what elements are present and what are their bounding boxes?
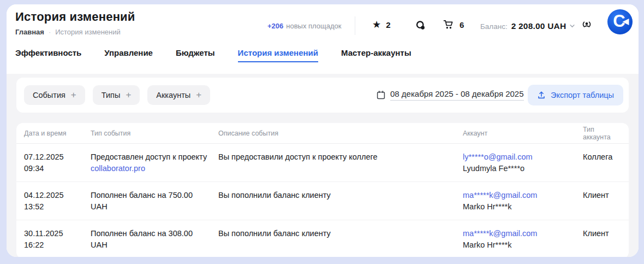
export-table-button[interactable]: Экспорт таблицы	[528, 85, 623, 105]
breadcrumb: Главная · История изменений	[15, 28, 135, 36]
cell-datetime: 07.12.2025 09:34	[24, 151, 91, 181]
export-icon	[537, 91, 546, 99]
tab-change-history[interactable]: История изменений	[238, 48, 318, 62]
chevron-down-icon	[570, 25, 575, 28]
cell-account-type: Коллега	[583, 151, 621, 181]
account-email-link[interactable]: ly*****o@gmail.com	[463, 151, 533, 163]
account-name: Lyudmyla Fe****o	[463, 163, 575, 174]
cell-datetime: 30.11.2025 16:22	[24, 228, 91, 257]
brand-logo[interactable]: C	[607, 9, 633, 34]
event-type-text: Пополнен баланс на 308.00 UAH	[91, 228, 211, 251]
new-platforms-label: новых площадок	[286, 22, 341, 30]
new-platforms-notice[interactable]: +206новых площадок	[267, 22, 342, 30]
cell-description: Вы пополнили баланс клиенту	[218, 190, 463, 224]
star-icon: ★	[372, 20, 381, 30]
logo-arrow-icon	[622, 19, 629, 25]
filter-bar: События + Типы + Аккаунты + 08	[16, 78, 629, 113]
breadcrumb-separator: ·	[49, 28, 51, 36]
favorites-count: 2	[386, 20, 390, 30]
title-block: История изменений Главная · История изме…	[15, 10, 135, 36]
cell-datetime: 04.12.2025 13:52	[24, 190, 91, 224]
plus-icon: +	[71, 90, 76, 101]
table-header-row: Дата и время Тип события Описание событи…	[16, 123, 629, 144]
table-row: 30.11.2025 16:22 Пополнен баланс на 308.…	[16, 220, 629, 257]
tab-management[interactable]: Управление	[104, 48, 153, 62]
tab-budgets[interactable]: Бюджеты	[176, 48, 215, 62]
cell-account-type: Клиент	[583, 190, 621, 224]
cell-description: Вы пополнили баланс клиенту	[218, 228, 463, 257]
cell-event-type: Пополнен баланс на 750.00 UAH	[91, 190, 218, 224]
filter-accounts-button[interactable]: Аккаунты +	[147, 85, 210, 105]
new-platforms-count: +206	[267, 22, 283, 30]
balance-value: 2 208.00 UAH	[511, 21, 567, 31]
event-type-text: Предоставлен доступ к проекту	[91, 151, 211, 163]
cart-count: 6	[460, 20, 464, 30]
breadcrumb-current: История изменений	[55, 28, 121, 36]
cell-event-type: Предоставлен доступ к проекту collaborat…	[91, 151, 218, 181]
date-range-picker[interactable]: 08 декабря 2025 - 08 декабря 2025	[377, 89, 534, 101]
breadcrumb-home-link[interactable]: Главная	[15, 28, 44, 36]
cell-description: Вы предоставили доступ к проекту коллеге	[218, 151, 463, 181]
cell-account: ma*****k@gmail.com Marko Hr****k	[463, 190, 583, 224]
cell-account: ma*****k@gmail.com Marko Hr****k	[463, 228, 583, 257]
table-row: 07.12.2025 09:34 Предоставлен доступ к п…	[16, 144, 629, 182]
account-email-link[interactable]: ma*****k@gmail.com	[463, 228, 537, 239]
account-name: Marko Hr****k	[463, 239, 575, 251]
page-title: История изменений	[15, 10, 135, 24]
history-table: Дата и время Тип события Описание событи…	[16, 123, 629, 257]
filter-events-label: События	[33, 91, 65, 99]
plus-icon: +	[126, 90, 131, 101]
cell-account-type: Клиент	[583, 228, 621, 257]
app-window: История изменений Главная · История изме…	[7, 4, 639, 257]
table-row: 04.12.2025 13:52 Пополнен баланс на 750.…	[16, 182, 629, 220]
column-header-description: Описание события	[218, 130, 463, 137]
chat-button[interactable]	[415, 20, 426, 31]
tab-effectiveness[interactable]: Эффективность	[15, 48, 81, 62]
calendar-icon	[377, 91, 385, 99]
filter-types-label: Типы	[102, 91, 121, 99]
balance-dropdown[interactable]: Баланс: 2 208.00 UAH	[480, 21, 575, 31]
column-header-event-type: Тип события	[91, 130, 218, 137]
cart-icon	[443, 20, 455, 30]
notifications-button[interactable]	[581, 19, 592, 30]
favorites-counter[interactable]: ★ 2	[372, 20, 390, 30]
tab-master-accounts[interactable]: Мастер-аккаунты	[341, 48, 411, 62]
filter-events-button[interactable]: События +	[24, 85, 85, 105]
chat-icon	[415, 20, 426, 31]
filter-accounts-label: Аккаунты	[156, 91, 190, 99]
balance-label: Баланс:	[480, 22, 508, 31]
cart-counter[interactable]: 6	[443, 20, 464, 30]
account-name: Marko Hr****k	[463, 201, 575, 213]
tab-bar: Эффективность Управление Бюджеты История…	[15, 48, 411, 62]
plus-icon: +	[196, 90, 201, 101]
announcement-icon	[581, 19, 592, 30]
column-header-account: Аккаунт	[463, 130, 583, 137]
event-project-link[interactable]: collaborator.pro	[91, 163, 145, 174]
filter-types-button[interactable]: Типы +	[93, 85, 140, 105]
account-email-link[interactable]: ma*****k@gmail.com	[463, 190, 537, 201]
cell-event-type: Пополнен баланс на 308.00 UAH	[91, 228, 218, 257]
header-divider	[355, 16, 355, 35]
event-type-text: Пополнен баланс на 750.00 UAH	[91, 190, 211, 213]
top-bar: История изменений Главная · История изме…	[7, 4, 639, 74]
column-header-account-type: Тип аккаунта	[583, 126, 621, 141]
export-label: Экспорт таблицы	[551, 91, 614, 99]
cell-account: ly*****o@gmail.com Lyudmyla Fe****o	[463, 151, 583, 181]
column-header-datetime: Дата и время	[24, 130, 91, 137]
main-section: События + Типы + Аккаунты + 08	[7, 74, 639, 257]
filter-buttons: События + Типы + Аккаунты +	[24, 85, 210, 105]
date-range-value: 08 декабря 2025 - 08 декабря 2025	[390, 89, 524, 101]
